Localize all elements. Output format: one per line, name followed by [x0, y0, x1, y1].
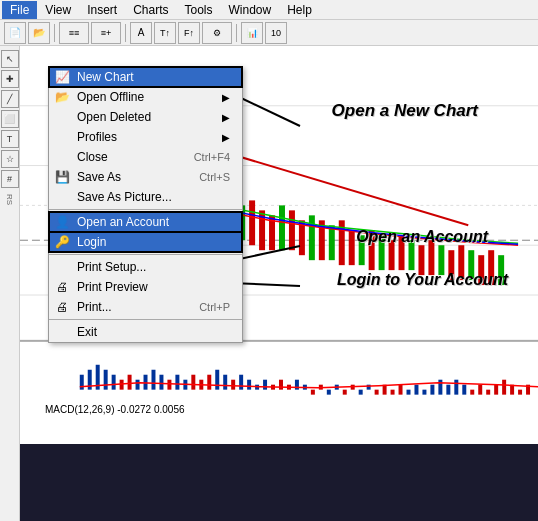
- toolbar-btn5[interactable]: F↑: [178, 22, 200, 44]
- menu-insert[interactable]: Insert: [79, 1, 125, 19]
- menu-view[interactable]: View: [37, 1, 79, 19]
- svg-rect-64: [167, 380, 171, 390]
- macd-label: MACD(12,26,9) -0.0272 0.0056: [42, 403, 188, 416]
- svg-rect-96: [422, 390, 426, 395]
- menu-item-open-offline[interactable]: 📂 Open Offline ▶: [49, 87, 242, 107]
- menu-window[interactable]: Window: [221, 1, 280, 19]
- menu-item-save-picture[interactable]: Save As Picture...: [49, 187, 242, 207]
- svg-rect-94: [407, 390, 411, 395]
- menu-item-exit[interactable]: Exit: [49, 322, 242, 342]
- toolbar-btn4[interactable]: T↑: [154, 22, 176, 44]
- sidebar-btn5[interactable]: T: [1, 130, 19, 148]
- menu-help[interactable]: Help: [279, 1, 320, 19]
- svg-rect-103: [478, 385, 482, 395]
- svg-rect-28: [279, 205, 285, 250]
- svg-rect-29: [289, 210, 295, 250]
- toolbar-open[interactable]: 📂: [28, 22, 50, 44]
- file-dropdown-menu: 📈 New Chart 📂 Open Offline ▶ Open Delete…: [48, 66, 243, 343]
- separator3: [49, 319, 242, 320]
- menu-item-print-setup[interactable]: Print Setup...: [49, 257, 242, 277]
- menu-charts[interactable]: Charts: [125, 1, 176, 19]
- sidebar-btn1[interactable]: ↖: [1, 50, 19, 68]
- menu-bar: File View Insert Charts Tools Window Hel…: [0, 0, 538, 20]
- annotation-new-chart: Open a New Chart: [332, 101, 478, 121]
- svg-rect-74: [247, 380, 251, 390]
- sidebar-btn4[interactable]: ⬜: [1, 110, 19, 128]
- svg-rect-62: [151, 370, 155, 390]
- svg-rect-33: [329, 225, 335, 260]
- toolbar-btn6[interactable]: ⚙: [202, 22, 232, 44]
- print-preview-icon: 🖨: [53, 279, 71, 295]
- svg-rect-92: [391, 390, 395, 395]
- account-icon: 👤: [53, 214, 71, 230]
- svg-rect-25: [249, 200, 255, 245]
- svg-rect-72: [231, 380, 235, 390]
- sidebar-btn3[interactable]: ╱: [1, 90, 19, 108]
- toolbar-btn2[interactable]: ≡+: [91, 22, 121, 44]
- save-icon: 💾: [53, 169, 71, 185]
- svg-rect-104: [486, 390, 490, 395]
- svg-rect-90: [375, 390, 379, 395]
- submenu-arrow3: ▶: [222, 132, 230, 143]
- menu-item-save-as[interactable]: 💾 Save As Ctrl+S: [49, 167, 242, 187]
- toolbar-sep2: [125, 24, 126, 42]
- dropdown-container: 📈 New Chart 📂 Open Offline ▶ Open Delete…: [48, 66, 243, 343]
- print-icon: 🖨: [53, 299, 71, 315]
- svg-rect-56: [104, 370, 108, 390]
- toolbar-btn3[interactable]: A: [130, 22, 152, 44]
- svg-rect-78: [279, 380, 283, 390]
- svg-rect-86: [343, 390, 347, 395]
- annotation-open-account: Open an Account: [356, 228, 488, 246]
- svg-rect-63: [159, 375, 163, 390]
- toolbar-new[interactable]: 📄: [4, 22, 26, 44]
- svg-rect-93: [399, 385, 403, 395]
- sidebar-btn7[interactable]: #: [1, 170, 19, 188]
- menu-file[interactable]: File: [2, 1, 37, 19]
- svg-rect-108: [518, 390, 522, 395]
- svg-rect-101: [462, 385, 466, 395]
- svg-rect-53: [80, 375, 84, 390]
- menu-item-print[interactable]: 🖨 Print... Ctrl+P: [49, 297, 242, 317]
- menu-item-new-chart[interactable]: 📈 New Chart: [49, 67, 242, 87]
- menu-item-login[interactable]: 🔑 Login: [49, 232, 242, 252]
- svg-rect-60: [136, 380, 140, 390]
- svg-rect-100: [454, 380, 458, 395]
- main-content: ↖ ✚ ╱ ⬜ T ☆ # RS: [0, 46, 538, 521]
- svg-rect-76: [263, 380, 267, 390]
- svg-rect-70: [215, 370, 219, 390]
- svg-rect-65: [175, 375, 179, 390]
- svg-rect-84: [327, 390, 331, 395]
- chart-area: MACD(12,26,9) -0.0272 0.0056 Open a New …: [20, 46, 538, 521]
- svg-rect-82: [311, 390, 315, 395]
- toolbar-btn8[interactable]: 10: [265, 22, 287, 44]
- menu-item-close[interactable]: Close Ctrl+F4: [49, 147, 242, 167]
- new-chart-icon: 📈: [53, 69, 71, 85]
- menu-item-print-preview[interactable]: 🖨 Print Preview: [49, 277, 242, 297]
- svg-rect-59: [128, 375, 132, 390]
- toolbar-btn7[interactable]: 📊: [241, 22, 263, 44]
- toolbar-btn1[interactable]: ≡≡: [59, 22, 89, 44]
- svg-rect-98: [438, 380, 442, 395]
- svg-rect-73: [239, 375, 243, 390]
- toolbar: 📄 📂 ≡≡ ≡+ A T↑ F↑ ⚙ 📊 10: [0, 20, 538, 46]
- sidebar-btn6[interactable]: ☆: [1, 150, 19, 168]
- sidebar-btn2[interactable]: ✚: [1, 70, 19, 88]
- menu-item-open-account[interactable]: 👤 Open an Account: [49, 212, 242, 232]
- toolbar-sep3: [236, 24, 237, 42]
- separator2: [49, 254, 242, 255]
- svg-rect-99: [446, 385, 450, 395]
- svg-rect-106: [502, 380, 506, 395]
- menu-item-profiles[interactable]: Profiles ▶: [49, 127, 242, 147]
- open-offline-icon: 📂: [53, 89, 71, 105]
- svg-rect-97: [430, 385, 434, 395]
- menu-item-open-deleted[interactable]: Open Deleted ▶: [49, 107, 242, 127]
- svg-rect-71: [223, 375, 227, 390]
- svg-rect-95: [414, 385, 418, 395]
- svg-rect-67: [191, 375, 195, 390]
- menu-tools[interactable]: Tools: [177, 1, 221, 19]
- submenu-arrow2: ▶: [222, 112, 230, 123]
- rs-label: RS: [5, 194, 14, 205]
- svg-rect-80: [295, 380, 299, 390]
- login-icon: 🔑: [53, 234, 71, 250]
- svg-rect-105: [494, 385, 498, 395]
